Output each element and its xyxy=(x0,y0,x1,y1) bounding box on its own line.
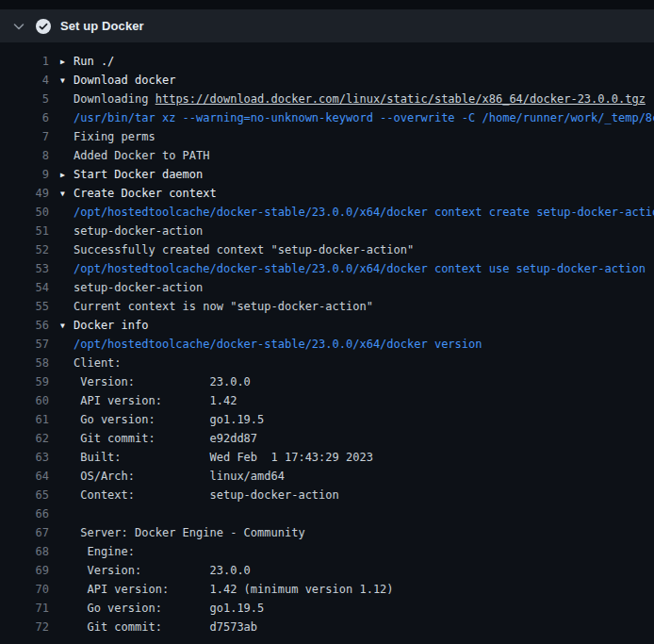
log-text: Engine: xyxy=(74,545,135,558)
log-group-header[interactable]: ▶Start Docker daemon xyxy=(49,165,203,184)
log-line: 71 Go version: go1.19.5 xyxy=(0,599,654,618)
line-number[interactable]: 5 xyxy=(0,90,49,108)
triangle-right-icon[interactable]: ▶ xyxy=(60,53,74,71)
log-line: 1▶Run ./ xyxy=(0,52,654,71)
log-text: Version: 23.0.0 xyxy=(74,375,251,388)
line-number[interactable]: 4 xyxy=(0,71,49,90)
log-line: 65 Context: setup-docker-action xyxy=(0,486,654,504)
log-line-text xyxy=(49,504,74,523)
triangle-down-icon[interactable]: ▼ xyxy=(60,317,74,335)
line-number[interactable]: 8 xyxy=(0,146,49,165)
log-line: 4▼Download docker xyxy=(0,71,654,90)
step-header[interactable]: Set up Docker xyxy=(0,9,654,42)
log-line: 66 xyxy=(0,504,654,523)
line-number[interactable]: 1 xyxy=(0,52,49,71)
log-line: 64 OS/Arch: linux/amd64 xyxy=(0,467,654,486)
log-text: API version: 1.42 (minimum version 1.12) xyxy=(74,583,394,596)
line-number[interactable]: 9 xyxy=(0,165,49,184)
line-number[interactable]: 7 xyxy=(0,127,49,146)
log-command-text: /opt/hostedtoolcache/docker-stable/23.0.… xyxy=(74,262,646,275)
line-number[interactable]: 66 xyxy=(0,504,49,523)
line-number[interactable]: 63 xyxy=(0,448,49,467)
log-text: API version: 1.42 xyxy=(74,394,237,407)
log-text: Go version: go1.19.5 xyxy=(74,602,264,615)
log-command-text: /opt/hostedtoolcache/docker-stable/23.0.… xyxy=(74,338,482,351)
log-group-header[interactable]: ▼Download docker xyxy=(49,71,175,90)
log-text: Run ./ xyxy=(74,55,114,68)
log-link[interactable]: https://download.docker.com/linux/static… xyxy=(155,92,646,106)
log-line: 53/opt/hostedtoolcache/docker-stable/23.… xyxy=(0,259,654,278)
log-text: Added Docker to PATH xyxy=(74,149,210,162)
log-line-text: Go version: go1.19.5 xyxy=(49,410,264,429)
log-line-text: Current context is now "setup-docker-act… xyxy=(49,297,373,316)
log-line-text: Git commit: e92dd87 xyxy=(49,429,257,448)
triangle-down-icon[interactable]: ▼ xyxy=(60,185,74,203)
line-number[interactable]: 49 xyxy=(0,184,49,203)
line-number[interactable]: 53 xyxy=(0,259,49,278)
log-line: 5Downloading https://download.docker.com… xyxy=(0,90,654,108)
log-line: 59 Version: 23.0.0 xyxy=(0,372,654,391)
log-text: Server: Docker Engine - Community xyxy=(74,526,305,539)
log-text: Fixing perms xyxy=(74,130,155,143)
log-line: 68 Engine: xyxy=(0,542,654,561)
log-text: Go version: go1.19.5 xyxy=(74,413,264,426)
log-command-text: /opt/hostedtoolcache/docker-stable/23.0.… xyxy=(74,206,654,219)
log-text: Context: setup-docker-action xyxy=(74,488,339,502)
line-number[interactable]: 57 xyxy=(0,335,49,354)
line-number[interactable]: 6 xyxy=(0,108,49,127)
line-number[interactable]: 54 xyxy=(0,278,49,297)
line-number[interactable]: 68 xyxy=(0,542,49,561)
log-text: Successfully created context "setup-dock… xyxy=(74,243,414,256)
line-number[interactable]: 67 xyxy=(0,523,49,542)
line-number[interactable]: 62 xyxy=(0,429,49,448)
line-number[interactable]: 58 xyxy=(0,354,49,372)
log-line-text: Server: Docker Engine - Community xyxy=(49,523,305,542)
log-group-header[interactable]: ▼Create Docker context xyxy=(49,184,217,203)
check-circle-icon xyxy=(36,19,51,34)
log-line: 52Successfully created context "setup-do… xyxy=(0,240,654,259)
line-number[interactable]: 50 xyxy=(0,203,49,222)
line-number[interactable]: 51 xyxy=(0,222,49,240)
line-number[interactable]: 60 xyxy=(0,391,49,410)
log-line-text: Downloading https://download.docker.com/… xyxy=(49,90,646,108)
log-text: Downloading xyxy=(74,92,155,106)
line-number[interactable]: 70 xyxy=(0,580,49,599)
log-text: Git commit: d7573ab xyxy=(74,620,257,634)
log-group-header[interactable]: ▼Docker info xyxy=(49,316,148,335)
log-line-text: API version: 1.42 xyxy=(49,391,237,410)
log-command-text: /usr/bin/tar xz --warning=no-unknown-key… xyxy=(74,111,654,124)
log-line: 51setup-docker-action xyxy=(0,222,654,240)
log-line-text: Version: 23.0.0 xyxy=(49,372,251,391)
triangle-down-icon[interactable]: ▼ xyxy=(60,72,74,90)
log-line-text: Client: xyxy=(49,354,122,372)
step-title: Set up Docker xyxy=(60,19,144,33)
line-number[interactable]: 65 xyxy=(0,486,49,504)
log-line: 62 Git commit: e92dd87 xyxy=(0,429,654,448)
line-number[interactable]: 64 xyxy=(0,467,49,486)
line-number[interactable]: 72 xyxy=(0,618,49,636)
log-line-text: /opt/hostedtoolcache/docker-stable/23.0.… xyxy=(49,259,646,278)
line-number[interactable]: 55 xyxy=(0,297,49,316)
line-number[interactable]: 52 xyxy=(0,240,49,259)
log-line: 55Current context is now "setup-docker-a… xyxy=(0,297,654,316)
line-number[interactable]: 56 xyxy=(0,316,49,335)
log-output: 1▶Run ./4▼Download docker5Downloading ht… xyxy=(0,42,654,644)
line-number[interactable]: 69 xyxy=(0,561,49,580)
log-line-text: /opt/hostedtoolcache/docker-stable/23.0.… xyxy=(49,335,482,354)
log-line: 50/opt/hostedtoolcache/docker-stable/23.… xyxy=(0,203,654,222)
log-line: 7Fixing perms xyxy=(0,127,654,146)
log-line: 56▼Docker info xyxy=(0,316,654,335)
log-line: 6/usr/bin/tar xz --warning=no-unknown-ke… xyxy=(0,108,654,127)
triangle-right-icon[interactable]: ▶ xyxy=(60,166,74,184)
log-line-text: Version: 23.0.0 xyxy=(49,561,251,580)
line-number[interactable]: 61 xyxy=(0,410,49,429)
log-line: 54setup-docker-action xyxy=(0,278,654,297)
log-group-header[interactable]: ▶Run ./ xyxy=(49,52,114,71)
chevron-down-icon[interactable] xyxy=(11,19,26,34)
line-number[interactable]: 59 xyxy=(0,372,49,391)
line-number[interactable]: 71 xyxy=(0,599,49,618)
log-line: 70 API version: 1.42 (minimum version 1.… xyxy=(0,580,654,599)
log-line-text: Built: Wed Feb 1 17:43:29 2023 xyxy=(49,448,373,467)
log-line: 8Added Docker to PATH xyxy=(0,146,654,165)
log-line-text: Go version: go1.19.5 xyxy=(49,599,264,618)
